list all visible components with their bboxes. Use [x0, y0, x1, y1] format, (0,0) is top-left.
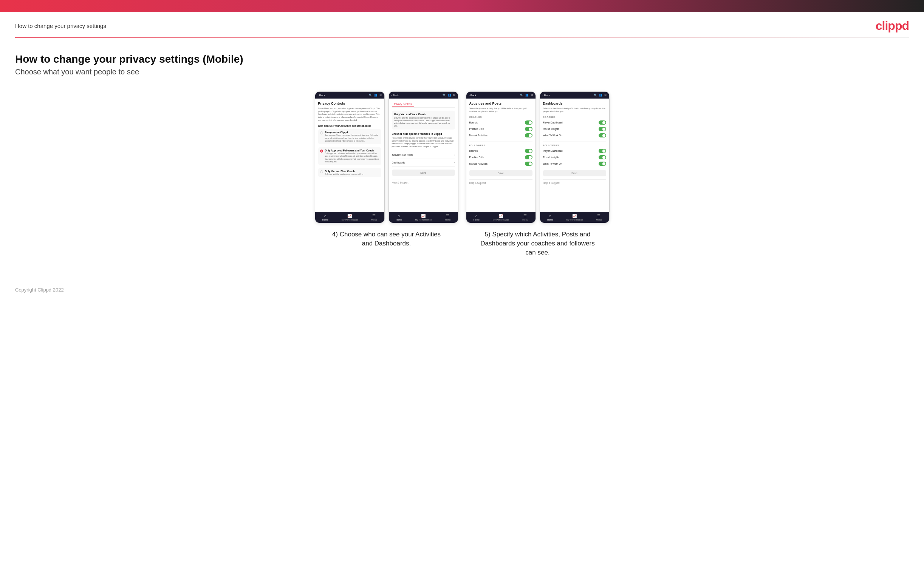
- phone-pair-1: ‹ Back 🔍 👥 ⚙ Privacy Controls Control ho…: [315, 91, 459, 223]
- rounds-followers-toggle[interactable]: [525, 149, 533, 153]
- what-to-work-coaches-toggle[interactable]: [599, 133, 606, 137]
- phone-1: ‹ Back 🔍 👥 ⚙ Privacy Controls Control ho…: [315, 91, 385, 223]
- help-section-4: Help & Support: [543, 179, 606, 184]
- phone-1-desc: Control how you and your data appears to…: [318, 107, 381, 122]
- caption-5: 5) Specify which Activities, Posts and D…: [477, 230, 598, 257]
- footer-menu-3[interactable]: ☰ Menu: [522, 214, 528, 221]
- tab-bar-2: Privacy Controls: [392, 102, 455, 108]
- phone-pair-2: ‹ Back 🔍 👥 ⚙ Activities and Posts Select…: [466, 91, 610, 223]
- drills-followers-label: Practice Drills: [469, 156, 485, 159]
- dashboards-row[interactable]: Dashboards ›: [392, 159, 455, 166]
- main-content: How to change your privacy settings (Mob…: [0, 38, 924, 279]
- radio-approved-text: Only Approved Followers and Your Coach O…: [325, 149, 380, 163]
- dashboards-label: Dashboards: [392, 161, 405, 164]
- rounds-coaches-toggle[interactable]: [525, 121, 533, 125]
- footer-menu-label: Menu: [371, 219, 377, 221]
- toggle-rounds-coaches: Rounds: [469, 119, 533, 126]
- footer-menu-4[interactable]: ☰ Menu: [596, 214, 602, 221]
- home-icon-3: ⌂: [475, 214, 478, 218]
- rounds-coaches-label: Rounds: [469, 121, 478, 124]
- search-icon[interactable]: 🔍: [369, 93, 372, 97]
- phone-2-body: Privacy Controls Only You and Your Coach…: [389, 98, 458, 212]
- what-to-work-followers-toggle[interactable]: [599, 162, 606, 166]
- radio-coach-only-text: Only You and Your Coach Only you and the…: [325, 170, 363, 176]
- settings-icon-2[interactable]: ⚙: [453, 93, 456, 97]
- radio-approved[interactable]: Only Approved Followers and Your Coach O…: [318, 147, 381, 165]
- radio-everyone-circle: [320, 131, 323, 134]
- drills-coaches-label: Practice Drills: [469, 127, 485, 130]
- drills-coaches-toggle[interactable]: [525, 127, 533, 131]
- phone-3-body: Activities and Posts Select the types of…: [466, 98, 536, 212]
- manual-coaches-label: Manual Activities: [469, 134, 488, 137]
- people-icon-3[interactable]: 👥: [525, 93, 529, 97]
- footer-menu-label-2: Menu: [445, 219, 451, 221]
- toggle-player-followers: Player Dashboard: [543, 148, 606, 154]
- settings-icon-4[interactable]: ⚙: [604, 93, 607, 97]
- radio-approved-circle: [320, 150, 323, 153]
- toggle-what-to-work-coaches: What To Work On: [543, 132, 606, 139]
- footer-home-4[interactable]: ⌂ Home: [547, 214, 553, 221]
- save-btn-3[interactable]: Save: [469, 170, 533, 176]
- footer-home[interactable]: ⌂ Home: [322, 214, 328, 221]
- show-hide-title: Show or hide specific features in Clippd: [392, 132, 455, 135]
- round-insights-followers-toggle[interactable]: [599, 155, 606, 160]
- home-icon: ⌂: [324, 214, 326, 218]
- people-icon[interactable]: 👥: [374, 93, 378, 97]
- phone-2-footer: ⌂ Home 📈 My Performance ☰ Menu: [389, 212, 458, 223]
- followers-label-4: FOLLOWERS: [543, 144, 606, 147]
- player-dashboard-followers-label: Player Dashboard: [543, 150, 563, 152]
- drills-followers-toggle[interactable]: [525, 155, 533, 160]
- footer-performance-label-2: My Performance: [415, 219, 431, 221]
- people-icon-4[interactable]: 👥: [599, 93, 603, 97]
- save-btn-4[interactable]: Save: [543, 170, 606, 176]
- phone-1-back[interactable]: ‹ Back: [318, 94, 325, 97]
- footer-menu-2[interactable]: ☰ Menu: [445, 214, 451, 221]
- footer-home-2[interactable]: ⌂ Home: [396, 214, 402, 221]
- phone-3-nav: ‹ Back 🔍 👥 ⚙: [466, 92, 536, 98]
- divider-3: [469, 142, 533, 142]
- phone-2-nav: ‹ Back 🔍 👥 ⚙: [389, 92, 458, 98]
- activities-posts-row[interactable]: Activities and Posts ›: [392, 152, 455, 159]
- save-btn-2[interactable]: Save: [392, 169, 455, 176]
- search-icon-4[interactable]: 🔍: [594, 93, 597, 97]
- settings-icon[interactable]: ⚙: [380, 93, 382, 97]
- manual-coaches-toggle[interactable]: [525, 133, 533, 137]
- player-dashboard-followers-toggle[interactable]: [599, 149, 606, 153]
- round-insights-followers-label: Round Insights: [543, 156, 559, 159]
- footer-home-3[interactable]: ⌂ Home: [473, 214, 480, 221]
- round-insights-coaches-toggle[interactable]: [599, 127, 606, 131]
- search-icon-3[interactable]: 🔍: [520, 93, 523, 97]
- divider-4: [543, 142, 606, 142]
- player-dashboard-coaches-toggle[interactable]: [599, 121, 606, 125]
- phone-3-back[interactable]: ‹ Back: [469, 94, 477, 97]
- toggle-rounds-followers: Rounds: [469, 148, 533, 154]
- phone-1-footer: ⌂ Home 📈 My Performance ☰ Menu: [315, 212, 384, 223]
- radio-everyone[interactable]: Everyone on Clippd Everyone on Clippd ca…: [318, 129, 381, 144]
- round-insights-coaches-label: Round Insights: [543, 127, 559, 130]
- footer-performance-3[interactable]: 📈 My Performance: [493, 214, 509, 221]
- people-icon-2[interactable]: 👥: [448, 93, 451, 97]
- footer-performance-4[interactable]: 📈 My Performance: [566, 214, 583, 221]
- toggle-round-insights-followers: Round Insights: [543, 154, 606, 161]
- search-icon-2[interactable]: 🔍: [443, 93, 446, 97]
- footer-performance-label: My Performance: [341, 219, 358, 221]
- tab-privacy-controls[interactable]: Privacy Controls: [392, 102, 414, 107]
- phone-4-footer: ⌂ Home 📈 My Performance ☰ Menu: [540, 212, 609, 223]
- page-subheading: Choose what you want people to see: [15, 68, 909, 76]
- footer-performance-2[interactable]: 📈 My Performance: [415, 214, 431, 221]
- manual-followers-toggle[interactable]: [525, 162, 533, 166]
- coaches-label-4: COACHES: [543, 116, 606, 118]
- footer-performance[interactable]: 📈 My Performance: [341, 214, 358, 221]
- home-icon-4: ⌂: [549, 214, 551, 218]
- phone-2-back[interactable]: ‹ Back: [391, 94, 399, 97]
- radio-coach-only[interactable]: Only You and Your Coach Only you and the…: [318, 168, 381, 177]
- settings-icon-3[interactable]: ⚙: [531, 93, 533, 97]
- phone-3: ‹ Back 🔍 👥 ⚙ Activities and Posts Select…: [466, 91, 536, 223]
- phone-2: ‹ Back 🔍 👥 ⚙ Privacy Controls Only You a: [388, 91, 459, 223]
- phone-4-back[interactable]: ‹ Back: [543, 94, 550, 97]
- footer-menu[interactable]: ☰ Menu: [371, 214, 377, 221]
- footer-home-label-4: Home: [547, 219, 553, 221]
- activities-posts-label: Activities and Posts: [392, 154, 413, 156]
- info-box-text: Only you and the coaches you connect wit…: [394, 117, 453, 127]
- coaches-label-3: COACHES: [469, 116, 533, 118]
